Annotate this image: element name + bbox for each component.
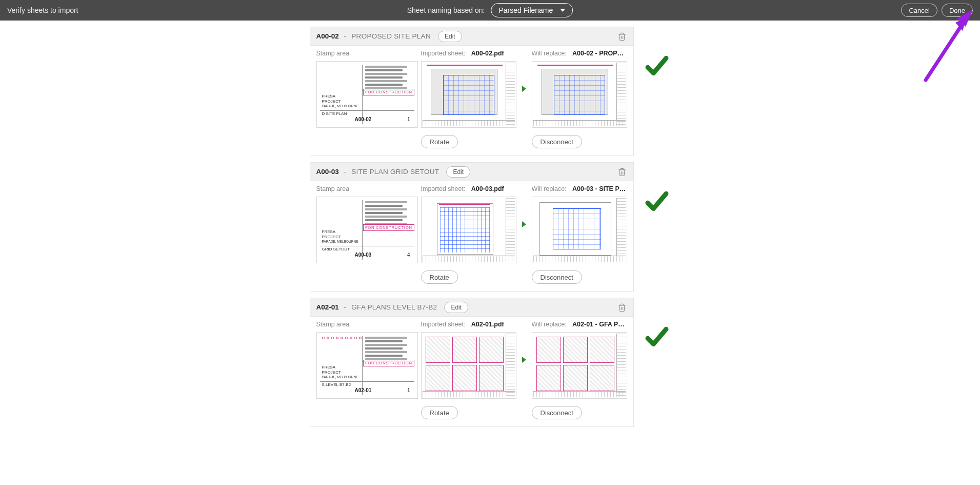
replace-column: Will replace: A02-01 - GFA PLAN…	[532, 320, 627, 419]
replace-target: A02-01 - GFA PLAN…	[572, 321, 627, 328]
delete-icon[interactable]	[617, 302, 627, 313]
imported-label: Imported sheet:	[421, 321, 466, 328]
stamp-number: 4	[407, 252, 410, 258]
separator: -	[344, 303, 347, 311]
sheet-card: A02-01 - GFA PLANS LEVEL B7-B2 Edit Stam…	[310, 298, 634, 427]
stamp-number: 1	[407, 117, 410, 122]
disconnect-button[interactable]: Disconnect	[532, 135, 582, 148]
replace-thumbnail[interactable]	[532, 332, 627, 399]
checkmark-icon	[643, 323, 671, 353]
cancel-button[interactable]: Cancel	[901, 4, 937, 17]
replace-label: Will replace:	[532, 50, 567, 57]
stamp-thumbnail[interactable]: FOR CONSTRUCTION FRESAPROJECTPARADE, MEL…	[316, 332, 418, 399]
stamp-column: Stamp area FOR CONSTRUCTION FRESAPROJECT…	[316, 184, 418, 263]
rotate-button[interactable]: Rotate	[421, 270, 458, 284]
rotate-button[interactable]: Rotate	[421, 135, 458, 148]
separator: -	[344, 168, 347, 176]
page-title: Verify sheets to import	[7, 6, 78, 14]
edit-button[interactable]: Edit	[438, 31, 462, 42]
stamp-sheet-id: A00-03	[355, 252, 372, 258]
topbar-center: Sheet naming based on: Parsed Filename	[407, 3, 573, 17]
stamp-plan-label: D SITE PLAN	[322, 111, 347, 116]
replace-target: A00-03 - SITE PLA…	[572, 185, 627, 192]
naming-dropdown[interactable]: Parsed Filename	[491, 3, 573, 17]
imported-file: A02-01.pdf	[471, 321, 504, 328]
delete-icon[interactable]	[617, 31, 627, 42]
sheet-title: GFA PLANS LEVEL B7-B2	[351, 303, 437, 311]
sheet-card: A00-02 - PROPOSED SITE PLAN Edit Stamp a…	[310, 27, 634, 156]
sheet-title: PROPOSED SITE PLAN	[351, 32, 431, 40]
sheet-list: A00-02 - PROPOSED SITE PLAN Edit Stamp a…	[0, 21, 980, 427]
sheet-title: SITE PLAN GRID SETOUT	[351, 168, 439, 176]
sheet-id: A00-03	[316, 168, 339, 176]
replace-label: Will replace:	[532, 185, 567, 192]
card-header: A00-02 - PROPOSED SITE PLAN Edit	[310, 27, 633, 46]
replace-column: Will replace: A00-02 - PROPOSE… Disconne…	[532, 49, 627, 148]
separator: -	[344, 32, 347, 40]
stamp-plan-label: GRID SETOUT	[322, 247, 350, 251]
topbar-right: Cancel Done	[901, 4, 973, 17]
done-button[interactable]: Done	[942, 4, 973, 17]
stamp-plan-label: S LEVEL B7-B2	[322, 382, 351, 387]
imported-file: A00-02.pdf	[471, 50, 504, 57]
card-header: A02-01 - GFA PLANS LEVEL B7-B2 Edit	[310, 298, 633, 317]
replace-arrow-icon	[519, 221, 529, 227]
imported-thumbnail[interactable]	[421, 61, 516, 128]
sheet-id: A00-02	[316, 32, 339, 40]
edit-button[interactable]: Edit	[446, 166, 470, 178]
sheet-row: A02-01 - GFA PLANS LEVEL B7-B2 Edit Stam…	[310, 298, 671, 427]
stamp-thumbnail[interactable]: FOR CONSTRUCTION FRESAPROJECTPARADE, MEL…	[316, 61, 418, 128]
sheet-row: A00-02 - PROPOSED SITE PLAN Edit Stamp a…	[310, 27, 671, 156]
imported-column: Imported sheet: A00-02.pdf Rotate	[421, 49, 516, 148]
replace-column: Will replace: A00-03 - SITE PLA… Disconn…	[532, 184, 627, 284]
replace-arrow-icon	[519, 86, 529, 92]
imported-file: A00-03.pdf	[471, 185, 504, 192]
imported-thumbnail[interactable]	[421, 197, 516, 263]
checkmark-icon	[643, 52, 671, 82]
checkmark-icon	[643, 188, 671, 218]
replace-thumbnail[interactable]	[532, 197, 627, 263]
stamp-thumbnail[interactable]: FOR CONSTRUCTION FRESAPROJECTPARADE, MEL…	[316, 197, 418, 263]
rotate-button[interactable]: Rotate	[421, 406, 458, 419]
stamp-column: Stamp area	[316, 320, 418, 399]
replace-label: Will replace:	[532, 321, 567, 328]
card-body: Stamp area	[310, 317, 633, 426]
card-body: Stamp area FOR CONSTRUCTION FRESAPROJECT…	[310, 46, 633, 156]
imported-column: Imported sheet: A02-01.pdf	[421, 320, 516, 419]
construction-stamp: FOR CONSTRUCTION	[363, 89, 414, 95]
stamp-column: Stamp area FOR CONSTRUCTION FRESAPROJECT…	[316, 49, 418, 128]
construction-stamp: FOR CONSTRUCTION	[363, 224, 414, 231]
imported-label: Imported sheet:	[421, 50, 466, 57]
construction-stamp: FOR CONSTRUCTION	[363, 360, 414, 366]
stamp-label: Stamp area	[316, 184, 418, 193]
stamp-sheet-id: A00-02	[355, 117, 372, 122]
delete-icon[interactable]	[617, 166, 627, 178]
sheet-card: A00-03 - SITE PLAN GRID SETOUT Edit Stam…	[310, 162, 634, 292]
imported-thumbnail[interactable]	[421, 332, 516, 399]
naming-label: Sheet naming based on:	[407, 6, 485, 14]
naming-value: Parsed Filename	[498, 6, 553, 14]
disconnect-button[interactable]: Disconnect	[532, 270, 582, 284]
topbar: Verify sheets to import Sheet naming bas…	[0, 0, 980, 21]
sheet-row: A00-03 - SITE PLAN GRID SETOUT Edit Stam…	[310, 162, 671, 292]
replace-thumbnail[interactable]	[532, 61, 627, 128]
stamp-number: 1	[407, 387, 410, 393]
sheet-id: A02-01	[316, 303, 339, 311]
imported-column: Imported sheet: A00-03.pdf Rotate	[421, 184, 516, 284]
replace-arrow-icon	[519, 357, 529, 363]
edit-button[interactable]: Edit	[444, 302, 468, 313]
card-body: Stamp area FOR CONSTRUCTION FRESAPROJECT…	[310, 181, 633, 291]
stamp-label: Stamp area	[316, 320, 418, 329]
card-header: A00-03 - SITE PLAN GRID SETOUT Edit	[310, 163, 633, 181]
disconnect-button[interactable]: Disconnect	[532, 406, 582, 419]
stamp-sheet-id: A02-01	[355, 387, 372, 393]
chevron-down-icon	[560, 9, 565, 12]
stamp-label: Stamp area	[316, 49, 418, 58]
replace-target: A00-02 - PROPOSE…	[572, 50, 627, 57]
imported-label: Imported sheet:	[421, 185, 466, 192]
